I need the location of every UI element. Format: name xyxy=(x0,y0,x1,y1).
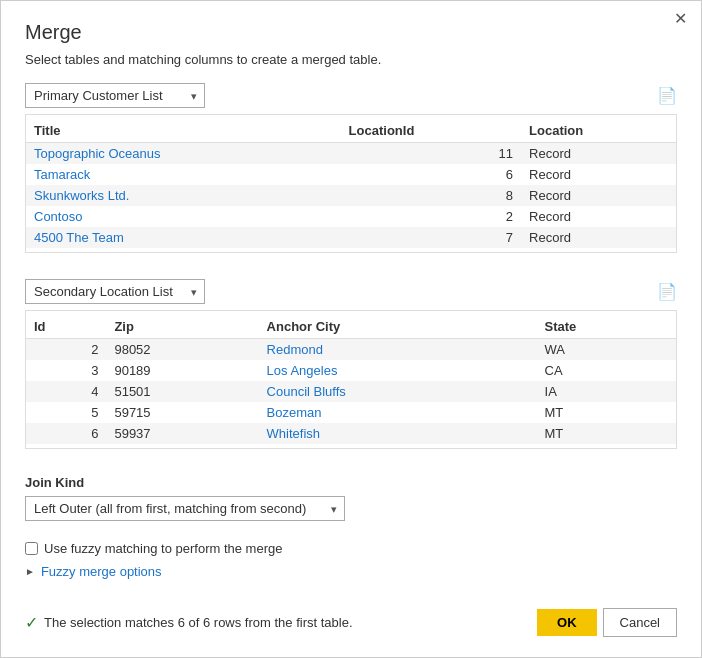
secondary-cell-zip: 98052 xyxy=(106,339,258,361)
secondary-cell-city: Bozeman xyxy=(259,402,537,423)
secondary-table-row[interactable]: 451501Council BluffsIA xyxy=(26,381,676,402)
cancel-button[interactable]: Cancel xyxy=(603,608,677,637)
fuzzy-options-label: Fuzzy merge options xyxy=(41,564,162,579)
primary-cell-locationid: 6 xyxy=(341,164,521,185)
secondary-col-zip: Zip xyxy=(106,315,258,339)
check-icon: ✓ xyxy=(25,613,38,632)
secondary-table-container: Id Zip Anchor City State 298052RedmondWA… xyxy=(25,310,677,449)
secondary-cell-state: MT xyxy=(537,402,676,423)
primary-cell-title: Contoso xyxy=(26,206,341,227)
secondary-table-row[interactable]: 390189Los AngelesCA xyxy=(26,360,676,381)
primary-table-container: Title LocationId Location Topographic Oc… xyxy=(25,114,677,253)
secondary-cell-zip: 90189 xyxy=(106,360,258,381)
primary-section-icon: 📄 xyxy=(657,86,677,105)
secondary-cell-state: IA xyxy=(537,381,676,402)
fuzzy-checkbox-row: Use fuzzy matching to perform the merge xyxy=(25,541,677,556)
primary-col-title: Title xyxy=(26,119,341,143)
secondary-section-icon: 📄 xyxy=(657,282,677,301)
primary-cell-title: Skunkworks Ltd. xyxy=(26,185,341,206)
secondary-table-row[interactable]: 659937WhitefishMT xyxy=(26,423,676,444)
status-text: The selection matches 6 of 6 rows from t… xyxy=(44,615,353,630)
primary-table-row[interactable]: Tamarack6Record xyxy=(26,164,676,185)
secondary-section-header: Secondary Location List 📄 xyxy=(25,279,677,304)
primary-cell-location: Record xyxy=(521,206,676,227)
merge-dialog: ✕ Merge Select tables and matching colum… xyxy=(0,0,702,658)
primary-cell-location: Record xyxy=(521,227,676,248)
dialog-title: Merge xyxy=(25,21,677,44)
secondary-cell-zip: 51501 xyxy=(106,381,258,402)
join-kind-dropdown[interactable]: Left Outer (all from first, matching fro… xyxy=(25,496,345,521)
primary-cell-location: Record xyxy=(521,185,676,206)
secondary-table-header-row: Id Zip Anchor City State xyxy=(26,315,676,339)
secondary-cell-city: Redmond xyxy=(259,339,537,361)
secondary-cell-state: WA xyxy=(537,339,676,361)
secondary-cell-id: 5 xyxy=(26,402,106,423)
secondary-cell-id: 4 xyxy=(26,381,106,402)
secondary-cell-id: 2 xyxy=(26,339,106,361)
primary-table-row[interactable]: Topographic Oceanus11Record xyxy=(26,143,676,165)
secondary-col-state: State xyxy=(537,315,676,339)
primary-section-header: Primary Customer List 📄 xyxy=(25,83,677,108)
primary-table-row[interactable]: Skunkworks Ltd.8Record xyxy=(26,185,676,206)
secondary-cell-city: Los Angeles xyxy=(259,360,537,381)
primary-cell-location: Record xyxy=(521,143,676,165)
secondary-dropdown[interactable]: Secondary Location List xyxy=(25,279,205,304)
dialog-subtitle: Select tables and matching columns to cr… xyxy=(25,52,677,67)
secondary-col-city: Anchor City xyxy=(259,315,537,339)
secondary-table: Id Zip Anchor City State 298052RedmondWA… xyxy=(26,315,676,444)
fuzzy-checkbox[interactable] xyxy=(25,542,38,555)
status-area: ✓ The selection matches 6 of 6 rows from… xyxy=(25,613,537,632)
primary-table-row[interactable]: Contoso2Record xyxy=(26,206,676,227)
secondary-cell-state: MT xyxy=(537,423,676,444)
secondary-cell-state: CA xyxy=(537,360,676,381)
join-dropdown-wrapper: Left Outer (all from first, matching fro… xyxy=(25,496,345,521)
secondary-cell-id: 3 xyxy=(26,360,106,381)
primary-cell-locationid: 11 xyxy=(341,143,521,165)
fuzzy-options-toggle[interactable]: ► Fuzzy merge options xyxy=(25,564,677,579)
primary-table: Title LocationId Location Topographic Oc… xyxy=(26,119,676,248)
secondary-col-id: Id xyxy=(26,315,106,339)
primary-table-row[interactable]: 4500 The Team7Record xyxy=(26,227,676,248)
primary-dropdown-wrapper: Primary Customer List xyxy=(25,83,205,108)
primary-cell-title: 4500 The Team xyxy=(26,227,341,248)
primary-col-locationid: LocationId xyxy=(341,119,521,143)
join-kind-section: Join Kind Left Outer (all from first, ma… xyxy=(25,475,677,531)
ok-button[interactable]: OK xyxy=(537,609,597,636)
secondary-section: Secondary Location List 📄 Id Zip Anchor … xyxy=(25,279,677,465)
secondary-dropdown-wrapper: Secondary Location List xyxy=(25,279,205,304)
primary-cell-locationid: 2 xyxy=(341,206,521,227)
secondary-cell-zip: 59715 xyxy=(106,402,258,423)
primary-cell-location: Record xyxy=(521,164,676,185)
primary-cell-locationid: 7 xyxy=(341,227,521,248)
fuzzy-chevron-icon: ► xyxy=(25,566,35,577)
close-button[interactable]: ✕ xyxy=(674,11,687,27)
secondary-table-row[interactable]: 559715BozemanMT xyxy=(26,402,676,423)
primary-col-location: Location xyxy=(521,119,676,143)
primary-dropdown[interactable]: Primary Customer List xyxy=(25,83,205,108)
join-kind-label: Join Kind xyxy=(25,475,677,490)
secondary-table-row[interactable]: 298052RedmondWA xyxy=(26,339,676,361)
primary-section: Primary Customer List 📄 Title LocationId… xyxy=(25,83,677,269)
secondary-cell-city: Whitefish xyxy=(259,423,537,444)
primary-cell-title: Tamarack xyxy=(26,164,341,185)
footer: ✓ The selection matches 6 of 6 rows from… xyxy=(25,598,677,637)
primary-cell-locationid: 8 xyxy=(341,185,521,206)
primary-cell-title: Topographic Oceanus xyxy=(26,143,341,165)
secondary-cell-zip: 59937 xyxy=(106,423,258,444)
secondary-cell-id: 6 xyxy=(26,423,106,444)
fuzzy-checkbox-label[interactable]: Use fuzzy matching to perform the merge xyxy=(44,541,282,556)
primary-table-header-row: Title LocationId Location xyxy=(26,119,676,143)
secondary-cell-city: Council Bluffs xyxy=(259,381,537,402)
